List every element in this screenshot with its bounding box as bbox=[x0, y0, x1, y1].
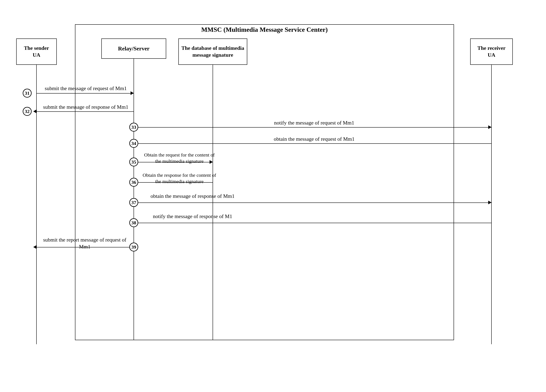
label-36: Obtain the response for the content of t… bbox=[142, 172, 217, 185]
step-num-35: 35 bbox=[131, 159, 136, 165]
sender-label: The sender UA bbox=[24, 45, 49, 58]
receiver-lifeline bbox=[491, 65, 492, 344]
database-label: The database of multimedia message signa… bbox=[181, 45, 244, 58]
arrow-33 bbox=[134, 127, 492, 127]
arrow-32 bbox=[37, 111, 134, 112]
label-31: submit the message of request of Mm1 bbox=[38, 85, 133, 92]
mmsc-title: MMSC (Multimedia Message Service Center) bbox=[75, 26, 454, 33]
diagram-container: MMSC (Multimedia Message Service Center)… bbox=[8, 12, 538, 381]
arrow-31 bbox=[37, 93, 134, 94]
step-num-32: 32 bbox=[25, 109, 30, 114]
circle-36: 36 bbox=[129, 178, 138, 187]
step-num-37: 37 bbox=[131, 200, 136, 205]
arrow-38 bbox=[134, 223, 492, 223]
label-32: submit the message of response of Mm1 bbox=[38, 104, 133, 111]
circle-39: 39 bbox=[129, 243, 138, 252]
step-num-33: 33 bbox=[131, 125, 136, 130]
step-num-31: 31 bbox=[25, 90, 30, 96]
relay-box: Relay/Server bbox=[101, 38, 166, 59]
step-num-34: 34 bbox=[131, 141, 136, 146]
label-37: obtain the message of response of Mm1 bbox=[142, 193, 243, 200]
step-num-39: 39 bbox=[131, 244, 136, 250]
arrow-34 bbox=[134, 143, 492, 144]
step-num-36: 36 bbox=[131, 180, 136, 185]
arrowhead-37 bbox=[488, 201, 492, 204]
sender-lifeline bbox=[36, 65, 37, 344]
database-box: The database of multimedia message signa… bbox=[178, 38, 247, 65]
circle-38: 38 bbox=[129, 218, 138, 227]
label-33: notify the message of request of Mm1 bbox=[142, 120, 486, 126]
circle-35: 35 bbox=[129, 158, 138, 166]
arrow-37 bbox=[134, 202, 492, 203]
label-39: submit the report message of request of … bbox=[38, 236, 131, 250]
arrowhead-39 bbox=[33, 245, 37, 249]
receiver-label: The receiver UA bbox=[477, 45, 506, 58]
circle-33: 33 bbox=[129, 123, 138, 132]
label-35: Obtain the request for the content of th… bbox=[142, 152, 217, 164]
sender-box: The sender UA bbox=[16, 38, 57, 65]
label-38: notify the message of response of M1 bbox=[142, 213, 243, 220]
arrowhead-33 bbox=[488, 125, 492, 129]
circle-37: 37 bbox=[129, 198, 138, 207]
label-34: obtain the message of request of Mm1 bbox=[142, 136, 486, 143]
circle-31: 31 bbox=[23, 89, 32, 98]
receiver-box: The receiver UA bbox=[470, 38, 513, 65]
arrowhead-32 bbox=[33, 109, 37, 113]
step-num-38: 38 bbox=[131, 220, 136, 226]
circle-34: 34 bbox=[129, 139, 138, 148]
relay-label: Relay/Server bbox=[118, 45, 150, 52]
circle-32: 32 bbox=[23, 107, 32, 116]
